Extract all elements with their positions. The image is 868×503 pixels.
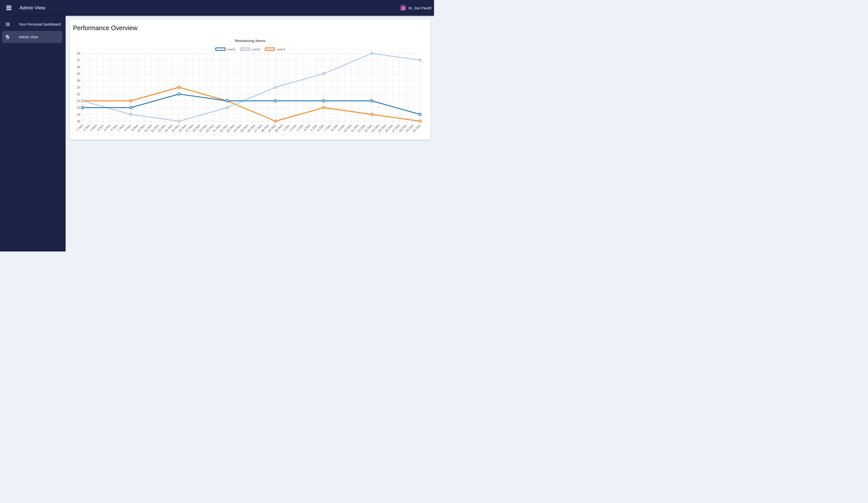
legend-swatch bbox=[265, 48, 275, 51]
data-point-user3 bbox=[274, 120, 277, 122]
legend-label: user1 bbox=[227, 48, 236, 51]
data-point-user1 bbox=[322, 100, 325, 102]
x-axis-tick-label: 3 Nov bbox=[89, 123, 98, 132]
avatar[interactable]: jp bbox=[400, 5, 406, 11]
sidebar-item-admin-view[interactable]: Admin View bbox=[2, 31, 62, 43]
legend-item-user3[interactable]: user3 bbox=[265, 48, 285, 51]
line-series-user3 bbox=[83, 87, 420, 121]
app-title: Admin View bbox=[20, 5, 45, 11]
legend-item-user2[interactable]: user2 bbox=[240, 48, 260, 51]
x-axis-tick-label: 2 Nov bbox=[82, 123, 91, 132]
x-axis-tick-label: 7 Dec bbox=[323, 123, 332, 132]
hamburger-menu-icon[interactable] bbox=[6, 6, 11, 10]
legend-item-user1[interactable]: user1 bbox=[215, 48, 236, 51]
data-point-user1 bbox=[226, 100, 228, 102]
chart-title: Remaining Items bbox=[70, 39, 431, 43]
remaining-items-line-chart: 28293031323334353637381 Nov2 Nov3 Nov4 N… bbox=[70, 52, 427, 139]
y-axis-tick-label: 35 bbox=[77, 72, 80, 76]
x-axis-tick-label: 8 Dec bbox=[330, 123, 339, 132]
x-axis-tick-label: 6 Nov bbox=[110, 123, 118, 132]
x-axis-tick-label: 4 Nov bbox=[96, 123, 105, 132]
performance-overview-card: Performance Overview Remaining Items use… bbox=[70, 19, 431, 140]
legend-swatch bbox=[215, 48, 226, 51]
y-axis-tick-label: 37 bbox=[77, 58, 80, 62]
data-point-user3 bbox=[419, 120, 421, 122]
data-point-user2 bbox=[130, 113, 132, 115]
sidebar-item-label: Admin View bbox=[19, 35, 38, 39]
card-title: Performance Overview bbox=[70, 24, 431, 32]
y-axis-tick-label: 30 bbox=[77, 106, 80, 110]
legend-label: user3 bbox=[277, 48, 285, 51]
y-axis-tick-label: 32 bbox=[77, 92, 80, 96]
x-axis-tick-label: 1 Nov bbox=[75, 123, 84, 132]
data-point-user2 bbox=[178, 120, 180, 122]
y-axis-tick-label: 34 bbox=[77, 79, 80, 82]
data-point-user2 bbox=[322, 72, 325, 75]
x-axis-tick-label: 5 Dec bbox=[310, 123, 318, 132]
data-point-user1 bbox=[371, 100, 373, 102]
sidebar-item-label: Your Personal Dashboard bbox=[19, 22, 61, 26]
sidebar-item-personal-dashboard[interactable]: Your Personal Dashboard bbox=[2, 18, 62, 30]
main-content: Performance Overview Remaining Items use… bbox=[66, 16, 434, 252]
y-axis-tick-label: 29 bbox=[77, 113, 80, 117]
data-point-user2 bbox=[371, 52, 373, 54]
x-axis-tick-label: 7 Nov bbox=[117, 123, 125, 132]
x-axis-tick-label: 8 Nov bbox=[124, 123, 132, 132]
legend-swatch bbox=[240, 48, 250, 51]
user-greeting: Hi, Joe Pavitt! bbox=[408, 6, 432, 10]
x-axis-tick-label: 5 Nov bbox=[103, 123, 112, 132]
data-point-user2 bbox=[226, 106, 228, 109]
chart-legend: user1user2user3 bbox=[70, 47, 431, 52]
x-axis-tick-label: 1 Dec bbox=[282, 123, 291, 132]
dashboard-grid-icon bbox=[5, 22, 10, 27]
y-axis-tick-label: 31 bbox=[77, 99, 80, 103]
data-point-user1 bbox=[81, 106, 84, 109]
data-point-user1 bbox=[178, 93, 180, 95]
y-axis-tick-label: 33 bbox=[77, 85, 80, 89]
legend-label: user2 bbox=[252, 48, 260, 51]
data-point-user2 bbox=[81, 100, 84, 102]
x-axis-tick-label: 2 Dec bbox=[289, 123, 298, 132]
data-point-user2 bbox=[419, 59, 421, 61]
x-axis-tick-label: 4 Dec bbox=[303, 123, 311, 132]
shield-icon bbox=[5, 35, 10, 39]
x-axis-tick-label: 6 Dec bbox=[317, 123, 325, 132]
data-point-user3 bbox=[371, 113, 373, 115]
y-axis-tick-label: 28 bbox=[77, 119, 80, 123]
data-point-user3 bbox=[322, 106, 325, 109]
data-point-user2 bbox=[274, 86, 277, 89]
data-point-user3 bbox=[178, 86, 180, 89]
topbar: Admin View jp Hi, Joe Pavitt! bbox=[0, 0, 434, 16]
x-axis-tick-label: 3 Dec bbox=[296, 123, 304, 132]
avatar-initials: jp bbox=[402, 6, 405, 10]
y-axis-tick-label: 38 bbox=[77, 52, 80, 55]
y-axis-tick-label: 36 bbox=[77, 65, 80, 69]
data-point-user1 bbox=[419, 113, 421, 115]
sidebar: Your Personal Dashboard Admin View bbox=[0, 16, 66, 252]
data-point-user3 bbox=[130, 100, 132, 102]
data-point-user1 bbox=[274, 100, 277, 102]
data-point-user1 bbox=[130, 106, 132, 109]
